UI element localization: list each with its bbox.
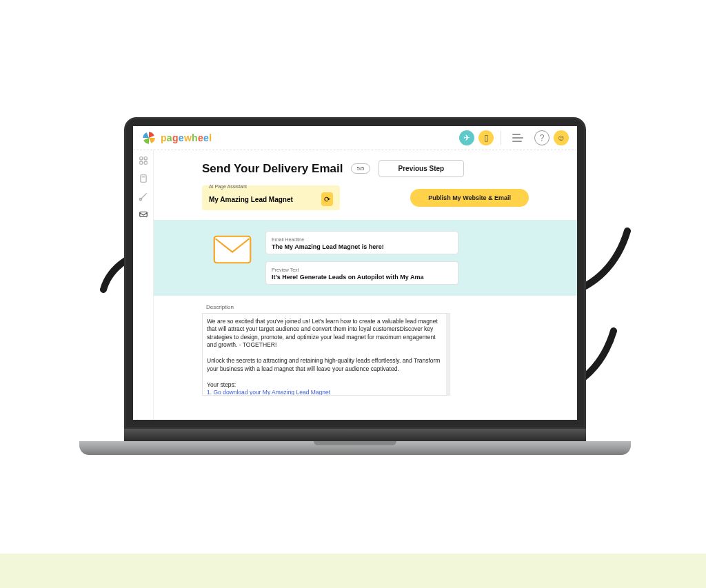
rocket-icon[interactable]: ✈ [459, 130, 474, 145]
description-label: Description [206, 304, 529, 310]
paintbrush-icon[interactable] [139, 192, 148, 201]
smiley-icon[interactable]: ☺ [554, 130, 569, 145]
description-steps-label: Your steps: [207, 381, 236, 388]
previous-step-button[interactable]: Previous Step [379, 160, 465, 177]
envelope-icon [213, 235, 252, 264]
mail-icon[interactable] [139, 210, 148, 219]
help-icon[interactable]: ? [534, 130, 549, 145]
svg-rect-4 [140, 175, 145, 183]
svg-rect-3 [144, 161, 147, 164]
refresh-icon[interactable]: ⟳ [321, 192, 333, 206]
description-para2: Unlock the secrets to attracting and ret… [207, 357, 440, 372]
pinwheel-logo [141, 130, 157, 145]
left-sidebar [133, 150, 154, 420]
assistant-input[interactable] [209, 196, 317, 203]
doc-icon[interactable]: ▯ [478, 130, 494, 145]
grid-icon[interactable] [139, 156, 148, 165]
publish-button[interactable]: Publish My Website & Email [410, 189, 529, 207]
description-textarea[interactable]: We are so excited that you've joined us!… [202, 313, 450, 396]
preview-label: Preview Text [272, 267, 452, 272]
page-title: Send Your Delivery Email [202, 162, 343, 176]
assistant-label: AI Page Assistant [209, 184, 247, 189]
email-headline-field[interactable]: Email Headline The My Amazing Lead Magne… [265, 231, 458, 254]
main-content: Send Your Delivery Email 5/5 Previous St… [154, 150, 577, 420]
description-step1-link[interactable]: 1. Go download your My Amazing Lead Magn… [207, 389, 330, 396]
email-preview-band: Email Headline The My Amazing Lead Magne… [154, 220, 577, 296]
preview-value: It's Here! Generate Leads on Autopilot w… [272, 274, 452, 281]
ai-assistant-field[interactable]: AI Page Assistant ⟳ [202, 185, 340, 210]
headline-label: Email Headline [272, 237, 452, 242]
list-icon[interactable] [512, 133, 526, 143]
page-icon[interactable] [139, 174, 148, 183]
svg-rect-1 [144, 157, 147, 160]
preview-text-field[interactable]: Preview Text It's Here! Generate Leads o… [265, 261, 458, 285]
svg-rect-7 [139, 212, 147, 217]
app-screen: pagewheel ✈ ▯ ? ☺ [133, 126, 577, 420]
description-para1: We are so excited that you've joined us!… [207, 318, 438, 348]
svg-rect-8 [214, 236, 251, 263]
svg-rect-2 [139, 161, 142, 164]
step-indicator: 5/5 [351, 163, 370, 174]
headline-value: The My Amazing Lead Magnet is here! [272, 243, 452, 250]
brand-name: pagewheel [161, 132, 212, 143]
app-header: pagewheel ✈ ▯ ? ☺ [133, 126, 577, 150]
svg-rect-0 [139, 157, 142, 160]
